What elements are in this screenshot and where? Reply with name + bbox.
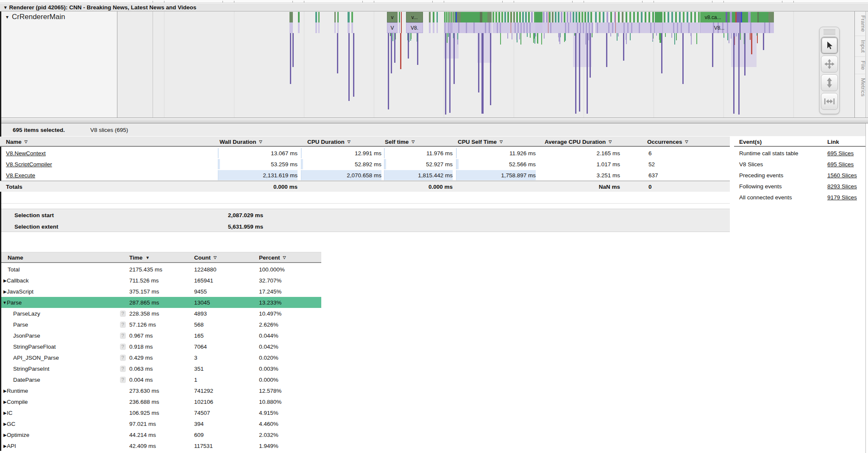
flame-slice[interactable] — [733, 33, 734, 114]
flame-slice[interactable] — [656, 33, 657, 36]
flame-slice[interactable] — [592, 22, 593, 33]
flame-slice[interactable] — [497, 22, 498, 33]
flame-slice[interactable] — [515, 22, 516, 33]
flame-slice[interactable] — [445, 33, 446, 115]
flame-slice[interactable] — [682, 33, 684, 84]
flame-slice[interactable] — [516, 33, 517, 40]
flame-slice[interactable] — [457, 12, 461, 22]
flame-slice[interactable] — [481, 33, 484, 114]
expander-collapsed-icon[interactable]: ▶ — [3, 440, 7, 451]
slices-link[interactable]: 9179 Slices — [827, 194, 857, 201]
flame-slice[interactable] — [723, 33, 724, 36]
flame-slice[interactable] — [590, 33, 591, 78]
flame-slice[interactable] — [648, 12, 650, 22]
expander-collapsed-icon[interactable]: ▶ — [3, 275, 7, 286]
slice-name-cell[interactable]: Totals — [6, 181, 22, 192]
flame-slice[interactable] — [610, 12, 612, 22]
flame-slice[interactable] — [671, 12, 673, 22]
flame-slice[interactable] — [590, 12, 592, 22]
zoom-horizontal-tool-button[interactable] — [821, 93, 838, 110]
flame-slice[interactable] — [478, 33, 479, 92]
flame-slice[interactable] — [528, 12, 530, 22]
flame-slice[interactable] — [417, 33, 418, 65]
flame-slice[interactable] — [400, 33, 401, 69]
column-header-percent[interactable]: Percent▽ — [259, 252, 286, 263]
flame-slice[interactable] — [623, 33, 624, 61]
flame-slice[interactable] — [549, 12, 551, 22]
flame-slice[interactable] — [750, 33, 751, 40]
flame-slice[interactable] — [737, 12, 741, 22]
slice-name-cell[interactable]: V8.Execute — [6, 170, 35, 181]
stats-row-parse[interactable]: Parse?57.126 ms5682.626% — [1, 319, 321, 330]
expander-collapsed-icon[interactable]: ▶ — [3, 385, 7, 396]
flame-slice[interactable] — [318, 22, 320, 33]
flame-slice[interactable] — [565, 22, 566, 33]
flame-slice[interactable] — [457, 33, 458, 39]
flame-slice[interactable] — [606, 12, 608, 22]
flame-slice[interactable] — [568, 22, 569, 33]
flame-slice[interactable] — [712, 33, 713, 67]
flame-slice[interactable] — [576, 12, 577, 22]
flame-slice[interactable] — [437, 22, 438, 33]
flame-slice[interactable] — [535, 22, 542, 33]
flame-slice[interactable] — [449, 33, 451, 113]
flame-slice[interactable] — [451, 22, 452, 33]
flame-slice[interactable] — [541, 33, 542, 45]
flame-slice[interactable] — [664, 12, 665, 22]
flame-slice[interactable] — [334, 22, 336, 33]
flame-slice[interactable] — [530, 33, 531, 38]
flame-slice[interactable] — [289, 22, 293, 33]
flame-slice[interactable] — [668, 12, 669, 22]
flame-slice[interactable] — [575, 33, 576, 114]
side-tab-metrics[interactable]: Metrics — [855, 74, 866, 101]
flame-slice[interactable] — [751, 33, 752, 54]
flame-slice[interactable] — [696, 33, 697, 44]
flame-slice[interactable] — [527, 33, 528, 37]
flame-slice[interactable] — [315, 12, 317, 22]
flame-slice[interactable] — [519, 33, 520, 39]
flame-slice[interactable] — [408, 33, 409, 59]
slice-name-link[interactable]: V8.ScriptCompiler — [6, 161, 52, 168]
flame-slice[interactable] — [744, 33, 746, 76]
flame-slice[interactable] — [558, 33, 559, 37]
flame-slice[interactable] — [626, 33, 626, 40]
flame-slice[interactable] — [482, 12, 487, 22]
slices-link[interactable]: 695 Slices — [827, 150, 854, 157]
flame-slice[interactable] — [519, 12, 521, 22]
flame-slice[interactable] — [655, 12, 662, 22]
flame-slice[interactable] — [764, 22, 765, 33]
flame-slice[interactable] — [583, 22, 584, 33]
help-icon[interactable]: ? — [117, 341, 126, 352]
flame-slice[interactable] — [548, 12, 548, 33]
slices-link[interactable]: 695 Slices — [827, 161, 854, 168]
flame-slice[interactable] — [526, 22, 528, 33]
flame-slice[interactable] — [298, 12, 300, 22]
side-tab-file[interactable]: File — [855, 56, 866, 74]
timeline-ruler[interactable] — [0, 0, 868, 3]
flame-slice[interactable] — [673, 22, 674, 33]
flame-slice[interactable] — [584, 12, 586, 22]
stats-row-stringparseint[interactable]: StringParseInt?0.063 ms3510.003% — [1, 363, 321, 374]
flame-slice[interactable] — [650, 22, 651, 33]
toolbar-grip-handle[interactable] — [823, 29, 835, 35]
flame-slice[interactable] — [738, 33, 740, 115]
flame-slice[interactable] — [573, 12, 574, 22]
table-row[interactable]: V8.NewContext13.067 ms12.991 ms11.976 ms… — [0, 148, 730, 159]
flame-slice[interactable] — [525, 12, 527, 22]
flame-slice[interactable] — [535, 33, 536, 36]
flame-slice[interactable] — [564, 12, 565, 22]
flame-slice[interactable] — [729, 33, 729, 43]
stats-row-dateparse[interactable]: DateParse?0.004 ms10.000% — [1, 374, 321, 385]
flame-slice[interactable] — [315, 22, 317, 33]
expander-collapsed-icon[interactable]: ▶ — [3, 418, 7, 429]
flame-slice[interactable] — [587, 33, 588, 114]
track-title[interactable]: ▾ CrRendererMain — [0, 11, 117, 22]
flame-slice[interactable] — [558, 12, 559, 22]
flame-slice[interactable] — [507, 33, 508, 39]
flame-slice[interactable] — [618, 12, 620, 22]
flame-slice[interactable] — [546, 12, 548, 22]
flame-slice[interactable] — [577, 22, 578, 33]
side-tab-frame[interactable]: Frame — [855, 11, 866, 36]
column-header-time[interactable]: Time▼ — [129, 252, 150, 263]
flame-slice[interactable] — [392, 33, 393, 41]
